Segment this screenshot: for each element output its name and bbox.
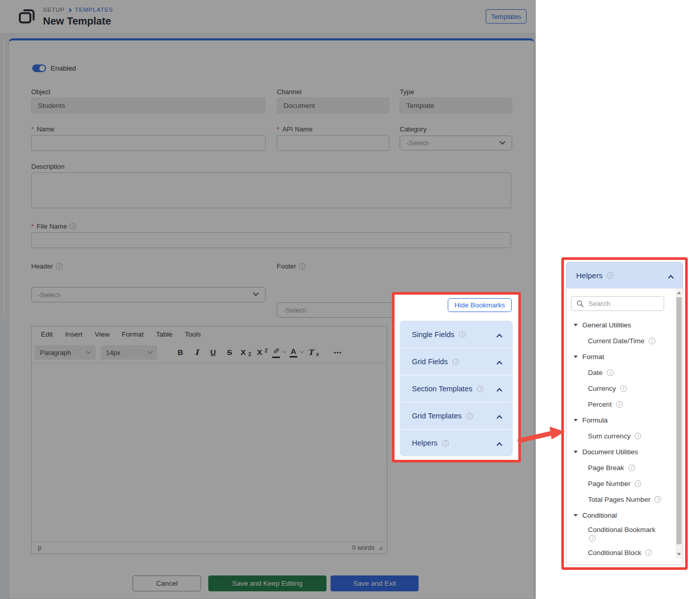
helpers-group-document-utilities[interactable]: Document Utilities: [571, 444, 668, 460]
helpers-item-label: Currency: [588, 385, 616, 392]
caret-down-icon: [574, 514, 578, 517]
red-arrow-icon: [515, 424, 568, 448]
chevron-up-icon: [668, 275, 673, 280]
helpers-tree: General UtilitiesCurrent Date/TimeFormat…: [571, 317, 668, 561]
info-icon[interactable]: [635, 480, 641, 487]
helpers-item-label: Percent: [588, 401, 612, 408]
helpers-item-label: Total Pages Number: [588, 496, 650, 503]
helpers-search-input[interactable]: [588, 300, 650, 307]
helpers-item-label: Page Break: [588, 464, 624, 472]
helpers-item-label: Conditional Bookmark: [588, 526, 655, 534]
helpers-group-label: Conditional: [582, 512, 617, 519]
chevron-up-icon: [496, 442, 502, 448]
caret-down-icon: [574, 356, 578, 358]
scrollbar-thumb[interactable]: [676, 297, 682, 544]
scroll-up-arrow-icon[interactable]: [677, 292, 681, 294]
helpers-group-label: Document Utilities: [582, 448, 638, 456]
helpers-search-box: [571, 296, 664, 311]
info-icon[interactable]: [616, 401, 623, 408]
bookmark-section-helpers[interactable]: Helpers: [400, 429, 513, 456]
helpers-item-current-date-time[interactable]: Current Date/Time: [571, 333, 668, 349]
bookmark-section-section-templates[interactable]: Section Templates: [400, 375, 513, 402]
info-icon[interactable]: [452, 359, 459, 365]
helpers-panel-body: General UtilitiesCurrent Date/TimeFormat…: [566, 289, 683, 565]
helpers-item-total-pages-number[interactable]: Total Pages Number: [571, 492, 668, 507]
caret-down-icon: [574, 324, 578, 326]
info-icon[interactable]: [442, 440, 449, 447]
chevron-up-icon: [496, 415, 502, 421]
helpers-item-sum-currency[interactable]: Sum currency: [571, 428, 668, 444]
scroll-down-arrow-icon[interactable]: [677, 553, 681, 556]
bookmarks-accordion: Single FieldsGrid FieldsSection Template…: [400, 321, 513, 456]
bookmark-section-label: Single Fields: [412, 330, 454, 339]
info-icon[interactable]: [635, 433, 641, 439]
helpers-group-label: General Utilities: [582, 321, 631, 329]
caret-down-icon: [574, 451, 578, 453]
info-icon[interactable]: [620, 385, 627, 392]
info-icon[interactable]: [649, 338, 655, 344]
helpers-group-general-utilities[interactable]: General Utilities: [571, 317, 668, 333]
caret-down-icon: [574, 419, 578, 421]
helpers-info-icon[interactable]: [607, 272, 614, 279]
bookmark-section-label: Section Templates: [412, 385, 472, 393]
helpers-item-label: Sum currency: [588, 432, 630, 440]
info-icon[interactable]: [654, 496, 661, 503]
bookmark-section-grid-fields[interactable]: Grid Fields: [400, 348, 513, 375]
helpers-scrollbar[interactable]: [675, 289, 682, 559]
info-icon[interactable]: [628, 464, 635, 471]
helpers-group-format[interactable]: Format: [571, 349, 668, 365]
hide-bookmarks-button[interactable]: Hide Bookmarks: [448, 298, 512, 312]
helpers-panel-title: Helpers: [576, 271, 603, 280]
info-icon[interactable]: [459, 331, 466, 338]
info-icon[interactable]: [607, 369, 614, 376]
chevron-up-icon: [496, 334, 502, 339]
chevron-up-icon: [496, 361, 502, 367]
bookmark-section-label: Grid Fields: [412, 358, 448, 366]
helpers-group-label: Format: [582, 353, 604, 361]
helpers-item-conditional-block[interactable]: Conditional Block: [571, 545, 668, 561]
helpers-item-label: Conditional Block: [588, 549, 641, 557]
helpers-panel: Helpers General UtilitiesCurrent Date/Ti…: [566, 262, 683, 565]
helpers-item-date[interactable]: Date: [571, 365, 668, 381]
helpers-group-conditional[interactable]: Conditional: [571, 507, 668, 523]
helpers-group-label: Formula: [582, 416, 608, 424]
helpers-item-currency[interactable]: Currency: [571, 381, 668, 396]
helpers-item-page-number[interactable]: Page Number: [571, 476, 668, 492]
bookmark-section-single-fields[interactable]: Single Fields: [400, 321, 513, 348]
search-icon: [577, 300, 584, 307]
helpers-item-label: Current Date/Time: [588, 337, 645, 345]
bookmark-section-label: Grid Templates: [412, 412, 462, 420]
info-icon[interactable]: [645, 549, 652, 556]
helpers-panel-header[interactable]: Helpers: [566, 262, 683, 289]
bookmark-section-label: Helpers: [412, 439, 438, 447]
helpers-item-label: Page Number: [588, 480, 630, 487]
bookmark-section-grid-templates[interactable]: Grid Templates: [400, 402, 513, 429]
helpers-group-formula[interactable]: Formula: [571, 412, 668, 428]
helpers-highlight-box: Helpers General UtilitiesCurrent Date/Ti…: [561, 257, 688, 570]
info-icon[interactable]: [466, 413, 473, 419]
helpers-item-page-break[interactable]: Page Break: [571, 460, 668, 476]
info-icon[interactable]: [477, 386, 484, 392]
helpers-item-label: Date: [588, 369, 603, 376]
info-icon[interactable]: [589, 535, 596, 542]
helpers-item-percent[interactable]: Percent: [571, 396, 668, 412]
helpers-item-conditional-bookmark[interactable]: Conditional Bookmark: [571, 523, 668, 545]
bookmarks-highlight-box: Hide Bookmarks Single FieldsGrid FieldsS…: [392, 292, 521, 462]
chevron-up-icon: [496, 388, 502, 394]
